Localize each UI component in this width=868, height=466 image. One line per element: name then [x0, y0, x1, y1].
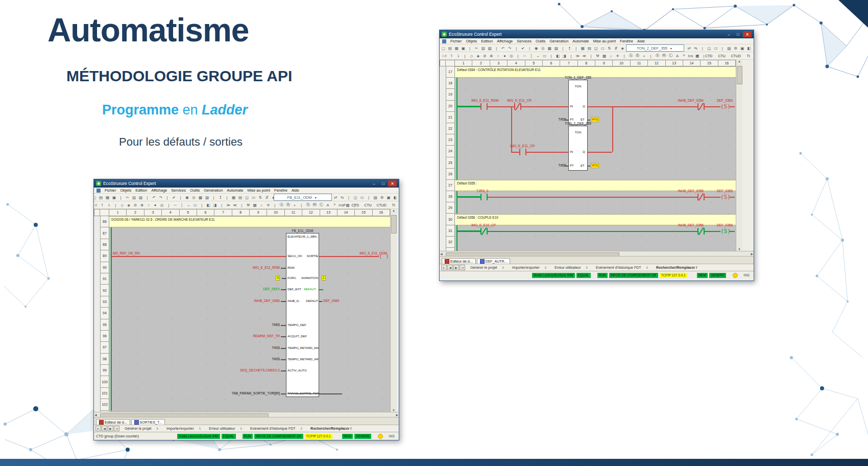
toolbar-icon[interactable]: ▩ [197, 194, 204, 200]
ladder-tool-icon[interactable]: │ [179, 202, 185, 208]
block-type-combobox[interactable]: FB_E11_ODM▾ [274, 194, 332, 201]
toolbar-icon[interactable]: | [117, 194, 124, 200]
maximize-button[interactable]: □ [734, 31, 742, 37]
ladder-tool-icon[interactable]: | [298, 202, 305, 208]
ladder-tool-label[interactable]: CTUD [377, 202, 385, 208]
ladder-tool-icon[interactable]: ↔ [535, 53, 541, 59]
maximize-button[interactable]: □ [379, 180, 388, 187]
contact-no[interactable] [519, 149, 526, 155]
toolbar-icon[interactable]: | [210, 194, 217, 200]
toolbar-icon[interactable]: ✔ [171, 194, 177, 200]
toolbar-icon[interactable]: | [560, 45, 566, 51]
toolbar-icon[interactable]: ✂ [473, 45, 480, 51]
toolbar-icon[interactable]: ◎ [190, 194, 197, 200]
contact-nc[interactable] [697, 194, 705, 200]
toolbar-icon[interactable]: ◫ [244, 194, 250, 200]
close-button[interactable]: ✕ [743, 31, 752, 37]
ladder-tool-icon[interactable]: ⊗ [139, 202, 146, 208]
toolbar-icon[interactable]: | [573, 45, 580, 51]
scroll-up-icon[interactable]: ▲ [392, 209, 395, 212]
ladder-tool-icon[interactable]: ≪ [581, 53, 588, 59]
block-type-combobox[interactable]: TON_2_DEF_355▾ [626, 44, 684, 52]
ladder-tool-icon[interactable]: ▪ [641, 53, 647, 59]
toolbar-icon[interactable]: ◫ [706, 45, 712, 51]
doc-tab-sorties[interactable]: SORTIES_T... [131, 419, 165, 425]
contact-no[interactable] [480, 103, 488, 110]
toolbar-icon[interactable]: ⇅ [257, 194, 263, 200]
toolbar-icon[interactable]: ⇄ [332, 194, 339, 200]
toolbar-icon[interactable]: ▨ [372, 194, 379, 200]
scroll-right-icon[interactable]: ▶ [396, 413, 398, 416]
ladder-canvas-right[interactable]: Défaut 0354 : CONTRÔLE ROTATION ELEVATEU… [455, 66, 736, 251]
ladder-tool-icon[interactable]: ↿ [448, 53, 455, 59]
toolbar-icon[interactable]: ◉ [533, 45, 540, 51]
ladder-tool-icon[interactable]: ◨ [561, 53, 568, 59]
ladder-tool-icon[interactable]: | [272, 202, 278, 208]
menu-item[interactable]: Fichier [105, 188, 116, 193]
tab-nav-icon[interactable]: ▶ [108, 426, 113, 431]
toolbar-icon[interactable]: ▥ [131, 194, 137, 200]
toolbar-icon[interactable]: ▧ [137, 194, 144, 200]
toolbar-icon[interactable]: ⚙ [379, 194, 385, 200]
ladder-tool-icon[interactable]: ⌂ [608, 53, 614, 59]
ladder-tool-icon[interactable]: ⊦/⊦ [94, 202, 99, 208]
toolbar-icon[interactable]: ▭ [599, 45, 606, 51]
ladder-tool-icon[interactable]: Ⓑ [634, 53, 641, 59]
ladder-tool-icon[interactable]: ▭ [541, 53, 548, 59]
ladder-tool-icon[interactable]: ᴬ [681, 53, 687, 59]
scroll-left-icon[interactable]: ◀ [440, 252, 443, 255]
scroll-right-icon[interactable]: ▶ [751, 252, 753, 255]
toolbar-icon[interactable]: ▨ [726, 45, 732, 51]
coil[interactable]: ( ) [379, 253, 389, 259]
menu-item[interactable]: Edition [135, 188, 147, 193]
toolbar-icon[interactable]: ▧ [487, 45, 493, 51]
output-tab[interactable]: Importer/exporter [509, 266, 551, 269]
ladder-tool-icon[interactable]: ≪ [232, 202, 238, 208]
contact-nc[interactable] [514, 103, 521, 110]
toolbar-icon[interactable]: ◫ [593, 45, 599, 51]
ladder-tool-icon[interactable]: Ⓜ [311, 202, 318, 208]
ladder-tool-label[interactable]: TI [746, 53, 750, 59]
ladder-tool-icon[interactable]: ✛ [614, 53, 621, 59]
ladder-tool-icon[interactable]: | [462, 53, 468, 59]
toolbar-icon[interactable]: | [699, 45, 706, 51]
toolbar-icon[interactable]: | [144, 194, 151, 200]
toolbar-icon[interactable]: ◎ [540, 45, 546, 51]
titlebar[interactable]: ◉ EcoStruxure Control Expert – □ ✕ [440, 30, 754, 38]
menu-item[interactable]: Edition [481, 39, 493, 43]
ladder-tool-icon[interactable]: A [325, 202, 331, 208]
toolbar-icon[interactable]: ⇆ [692, 45, 699, 51]
menu-item[interactable]: Automate [572, 39, 589, 43]
ladder-tool-icon[interactable]: ◧ [205, 202, 212, 208]
ladder-tool-icon[interactable]: ◇ [468, 53, 475, 59]
ladder-tool-icon[interactable]: | [112, 202, 119, 208]
ladder-tool-label[interactable]: F [343, 202, 346, 208]
ladder-tool-icon[interactable]: ▪ [292, 202, 298, 208]
toolbar-icon[interactable]: ▭ [712, 45, 719, 51]
toolbar-icon[interactable]: | [493, 45, 500, 51]
ladder-tool-icon[interactable]: Ⓢ [654, 53, 661, 59]
horizontal-scrollbar[interactable]: ◀▶ [94, 412, 399, 417]
toolbar-icon[interactable]: ↥ [217, 194, 224, 200]
ladder-tool-icon[interactable]: ▦ [601, 53, 608, 59]
toolbar-icon[interactable]: ▦ [453, 45, 460, 51]
contact-nc[interactable] [480, 228, 488, 235]
menu-item[interactable]: Aide [292, 188, 299, 193]
output-tab[interactable]: Générer le projet [467, 266, 509, 269]
ladder-tool-icon[interactable]: ● [152, 202, 159, 208]
close-button[interactable]: ✕ [388, 180, 397, 187]
ladder-tool-icon[interactable]: ▦ [252, 202, 258, 208]
toolbar-icon[interactable]: ▥ [480, 45, 487, 51]
ladder-tool-icon[interactable]: | [219, 202, 225, 208]
toolbar-icon[interactable]: ▨ [204, 194, 210, 200]
toolbar-icon[interactable]: ▤ [447, 45, 453, 51]
tab-nav-icon[interactable]: ⇥ [114, 426, 119, 431]
ladder-tool-icon[interactable]: | [647, 53, 654, 59]
toolbar-icon[interactable]: ◉ [184, 194, 190, 200]
toolbar-icon[interactable]: ✔ [520, 45, 526, 51]
ladder-tool-icon[interactable]: ≫ [225, 202, 232, 208]
ladder-tool-icon[interactable]: ⚒ [594, 53, 601, 59]
menu-item[interactable]: Services [171, 188, 186, 193]
tab-nav-icon[interactable]: ⇥ [460, 265, 465, 270]
ladder-tool-icon[interactable]: ⊦/⊦ [442, 53, 448, 59]
